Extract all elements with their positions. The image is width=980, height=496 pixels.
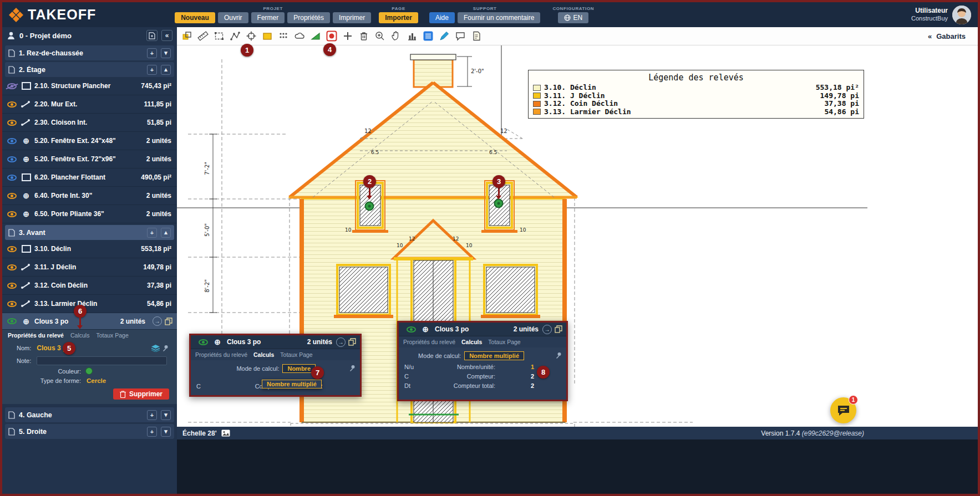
visibility-toggle-icon[interactable]: [7, 120, 17, 126]
visibility-toggle-icon[interactable]: [7, 101, 17, 108]
add-page-button[interactable]: [146, 30, 158, 41]
zoom-tool[interactable]: [374, 30, 385, 42]
visibility-toggle-icon[interactable]: [7, 264, 17, 270]
tab-calculs[interactable]: Calculs: [461, 339, 482, 345]
collapse-sidebar-button[interactable]: «: [161, 30, 172, 41]
rectangle-select-tool[interactable]: [214, 30, 225, 42]
note-tool[interactable]: [471, 30, 482, 42]
add-measurement-button[interactable]: +: [147, 410, 157, 420]
sidebar-page-droite[interactable]: 5. Droite + ▾: [5, 424, 174, 439]
area-tool[interactable]: [262, 30, 273, 42]
report-list-tool[interactable]: [423, 30, 434, 42]
note-input[interactable]: [37, 356, 167, 365]
visibility-toggle-icon[interactable]: [7, 193, 17, 199]
measurement-row[interactable]: 3.12. Coin Déclin 37,38 pi: [2, 277, 177, 295]
proprietes-button[interactable]: Propriétés: [287, 12, 330, 23]
cloud-tool[interactable]: [294, 30, 305, 42]
language-button[interactable]: EN: [558, 12, 588, 23]
add-measurement-button[interactable]: +: [147, 427, 157, 437]
pin-button[interactable]: [160, 343, 170, 353]
visibility-toggle-icon[interactable]: [199, 339, 208, 345]
sidebar-page-avant[interactable]: 3. Avant + ▴: [5, 225, 174, 240]
templates-panel-toggle[interactable]: « Gabarits: [928, 32, 966, 40]
record-tool[interactable]: [326, 30, 337, 42]
pushpin-icon[interactable]: [349, 364, 356, 374]
visibility-toggle-icon[interactable]: [7, 301, 17, 307]
tab-totaux-page[interactable]: Totaux Page: [488, 339, 520, 345]
expand-page-button[interactable]: ▾: [161, 410, 171, 420]
layers-tool[interactable]: [181, 30, 192, 42]
path-tool[interactable]: [230, 30, 241, 42]
visibility-toggle-icon[interactable]: [7, 138, 17, 144]
tab-proprietes-du-releve[interactable]: Propriétés du relevé: [8, 332, 64, 339]
collapse-page-button[interactable]: ▴: [161, 65, 171, 75]
goto-measurement-button[interactable]: →: [542, 325, 552, 334]
aide-button[interactable]: Aide: [429, 12, 455, 23]
importer-button[interactable]: Importer: [379, 12, 418, 23]
measurement-row[interactable]: 3.10. Déclin 553,18 pi²: [2, 240, 177, 258]
ruler-tool[interactable]: [197, 30, 209, 42]
measurement-row[interactable]: 2.10. Structure Plancher 745,43 pi²: [2, 77, 177, 95]
comment-tool[interactable]: [455, 30, 466, 42]
collapse-page-button[interactable]: ▴: [161, 228, 171, 238]
user-info[interactable]: Utilisateur ConstructBuy: [911, 6, 971, 24]
color-swatch[interactable]: [85, 367, 93, 375]
measurement-row[interactable]: ⊕ 6.50. Porte Pliante 36" 2 unités: [2, 205, 177, 223]
count-tool[interactable]: [246, 30, 257, 42]
multi-point-tool[interactable]: [278, 30, 289, 42]
measurement-row[interactable]: 6.20. Plancher Flottant 490,05 pi²: [2, 168, 177, 187]
duplicate-measurement-button[interactable]: [164, 316, 174, 326]
tab-proprietes-du-releve[interactable]: Propriétés du relevé: [403, 339, 455, 345]
chat-widget[interactable]: 1: [830, 397, 856, 423]
measurement-row[interactable]: ⊕ 5.20. Fenêtre Ext. 72"x96" 2 unités: [2, 150, 177, 168]
add-measurement-button[interactable]: +: [147, 48, 157, 58]
measurement-row[interactable]: ⊕ 6.40. Porte Int. 30" 2 unités: [2, 187, 177, 205]
duplicate-measurement-button[interactable]: [347, 337, 357, 347]
imprimer-button[interactable]: Imprimer: [333, 12, 371, 23]
add-tool[interactable]: [342, 30, 353, 42]
sidebar-page-rez-de-chaussee[interactable]: 1. Rez-de-chaussée + ▾: [5, 45, 174, 60]
visibility-toggle-icon[interactable]: [7, 211, 17, 217]
visibility-toggle-icon[interactable]: [7, 318, 17, 324]
expand-page-button[interactable]: ▾: [161, 427, 171, 437]
visibility-toggle-icon[interactable]: [7, 83, 17, 89]
tab-calculs[interactable]: Calculs: [70, 332, 89, 339]
goto-measurement-button[interactable]: →: [153, 316, 162, 326]
tab-proprietes-du-releve[interactable]: Propriétés du relevé: [195, 351, 247, 358]
page-thumbnail-button[interactable]: [221, 429, 230, 437]
visibility-toggle-icon[interactable]: [7, 156, 17, 162]
commentaire-button[interactable]: Fournir un commentaire: [458, 12, 540, 23]
delete-tool[interactable]: [358, 30, 369, 42]
user-avatar[interactable]: [952, 6, 971, 24]
duplicate-measurement-button[interactable]: [554, 324, 563, 334]
goto-measurement-button[interactable]: →: [336, 338, 346, 347]
pitch-tool[interactable]: [310, 30, 321, 42]
pan-tool[interactable]: [390, 30, 402, 42]
supprimer-button[interactable]: Supprimer: [113, 388, 169, 400]
chart-tool[interactable]: [407, 30, 418, 42]
ouvrir-button[interactable]: Ouvrir: [218, 12, 248, 23]
measurement-row[interactable]: 2.30. Cloison Int. 51,85 pi: [2, 114, 177, 132]
dropdown-option-nombre-multiplie[interactable]: Nombre multiplié: [262, 380, 322, 388]
visibility-toggle-icon[interactable]: [7, 175, 17, 181]
sidebar-page-gauche[interactable]: 4. Gauche + ▾: [5, 407, 174, 422]
measurement-row[interactable]: 2.20. Mur Ext. 111,85 pi: [2, 95, 177, 114]
fermer-button[interactable]: Fermer: [251, 12, 285, 23]
add-measurement-button[interactable]: +: [147, 228, 157, 238]
visibility-toggle-icon[interactable]: [7, 246, 17, 252]
layers-button[interactable]: [150, 343, 160, 353]
sidebar-page-etage[interactable]: 2. Étage + ▴: [5, 62, 174, 77]
measurement-row-clous-selected[interactable]: ⊕ Clous 3 po 2 unités →: [2, 313, 177, 330]
pushpin-icon[interactable]: [555, 351, 562, 361]
measurement-row[interactable]: ⊕ 5.20. Fenêtre Ext. 24"x48" 2 unités: [2, 132, 177, 150]
add-measurement-button[interactable]: +: [147, 65, 157, 75]
visibility-toggle-icon[interactable]: [7, 283, 17, 289]
drawing-canvas[interactable]: 7'-2" 5'-0" 8'-2" 2'-0" 12 12: [177, 45, 978, 427]
measurement-row[interactable]: 3.13. Larmier Déclin 54,86 pi: [2, 295, 177, 313]
tab-calculs[interactable]: Calculs: [253, 351, 274, 358]
mode-de-calcul-select[interactable]: Nombre multiplié: [464, 351, 524, 360]
tab-totaux-page[interactable]: Totaux Page: [280, 351, 312, 358]
nouveau-button[interactable]: Nouveau: [175, 12, 215, 23]
tab-totaux-page[interactable]: Totaux Page: [96, 332, 128, 339]
visibility-toggle-icon[interactable]: [407, 326, 416, 333]
